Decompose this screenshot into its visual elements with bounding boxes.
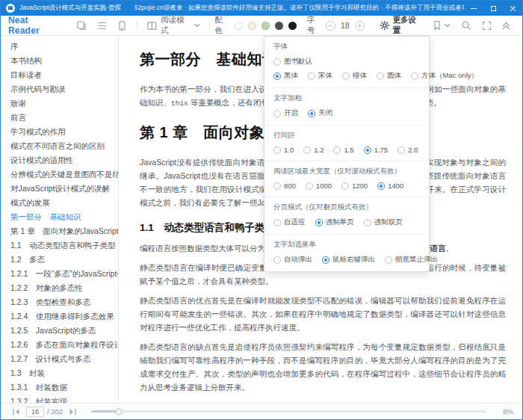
radio-option[interactable]: 圆体: [377, 71, 401, 81]
radio-option[interactable]: 1.0: [273, 146, 294, 154]
inline-code: this: [171, 99, 188, 108]
toc-sidebar: 序本书结构目标读者示例代码与勘误致谢前言学习模式的作用模式在不同语言之间的区别设…: [1, 36, 119, 403]
radio-option[interactable]: 1.5: [333, 146, 353, 154]
radio-option[interactable]: 1.2: [303, 146, 324, 154]
radio-label: 1400: [388, 182, 403, 190]
device-sync-button[interactable]: [112, 16, 132, 36]
progress-slider-handle[interactable]: [116, 408, 123, 415]
sidebar-item[interactable]: 1.2 多态: [1, 253, 118, 267]
radio-icon: [342, 72, 350, 80]
app-window: JavaScript设计模式与开发实践-曾探 52pojie.cn@夜泉 · 如…: [0, 0, 523, 420]
sidebar-item[interactable]: 1.2.4 使用继承得到多态效果: [1, 309, 118, 324]
sidebar-item[interactable]: 序: [1, 40, 118, 54]
close-button[interactable]: [503, 1, 522, 16]
radio-option[interactable]: 宋体: [308, 71, 332, 81]
sidebar-item[interactable]: 第一部分 基础知识: [1, 210, 118, 224]
radio-label: 黑体: [284, 71, 298, 81]
radio-option[interactable]: 强制单页: [315, 217, 354, 227]
radio-option[interactable]: 彻底禁止弹出: [385, 255, 438, 265]
search-button[interactable]: [457, 16, 476, 36]
reading-mode-button[interactable]: 阅读模式: [142, 16, 205, 36]
settings-section-label: 分页模式（仅对翻页模式有效）: [273, 203, 420, 212]
radio-icon: [273, 58, 281, 66]
radio-option[interactable]: 图书默认: [273, 57, 312, 67]
settings-section-label: 文字加粗: [273, 93, 420, 103]
radio-option[interactable]: 开启: [273, 108, 298, 118]
swatch-black[interactable]: [288, 22, 297, 30]
sidebar-item[interactable]: 学习模式的作用: [1, 125, 118, 139]
sidebar-item[interactable]: 1.3.1 封装数据: [1, 380, 118, 395]
device-icon: [117, 20, 128, 31]
progress-slider[interactable]: [91, 410, 486, 413]
reading-mode-icon: [146, 20, 158, 31]
collapse-toolbar-icon: [502, 21, 510, 30]
radio-option[interactable]: 自适应: [273, 217, 306, 227]
radio-option[interactable]: 1200: [341, 182, 368, 190]
font-increase-button[interactable]: +: [355, 21, 365, 31]
radio-icon: [306, 182, 313, 190]
sidebar-item[interactable]: 对JavaScript设计模式的误解: [1, 182, 118, 196]
radio-label: 鼠标右键弹出: [332, 255, 375, 265]
chevron-down-icon: [194, 23, 200, 28]
radio-label: 圆体: [387, 71, 401, 81]
sidebar-item[interactable]: 第 1 章 面向对象的JavaScript: [1, 224, 118, 238]
radio-row: 800100012001400: [273, 182, 420, 190]
radio-option[interactable]: 1400: [377, 182, 403, 190]
swatch-dark-gray[interactable]: [275, 22, 283, 30]
brand-logo[interactable]: Neat Reader: [8, 15, 61, 36]
sidebar-item[interactable]: 1.2.2 对象的多态性: [1, 281, 118, 295]
toc-toggle-button[interactable]: [92, 16, 112, 36]
radio-option[interactable]: 楷体: [342, 71, 367, 81]
sidebar-item[interactable]: 1.3.2 封装实现: [1, 395, 118, 403]
sidebar-item[interactable]: 模式在不同语言之间的区别: [1, 139, 118, 153]
swatch-white[interactable]: [235, 22, 243, 30]
sidebar-item[interactable]: 1.2.5 JavaScript的多态: [1, 324, 118, 338]
sidebar-item[interactable]: 1.2.3 类型检查和多态: [1, 295, 118, 309]
radio-row: 自动弹出鼠标右键弹出彻底禁止弹出: [273, 255, 420, 265]
progress-slider-fill: [91, 410, 119, 413]
swatch-cream[interactable]: [248, 22, 256, 30]
more-settings-button[interactable]: 更多设置: [375, 16, 428, 36]
color-scheme-label: 配色: [214, 15, 230, 36]
sidebar-item[interactable]: 1.2.7 设计模式与多态: [1, 352, 118, 366]
radio-option[interactable]: 鼠标右键弹出: [322, 255, 375, 265]
text-run: 静态类型语言的优点首先是在编译时就能发现类型不匹配的错误，编辑器可以帮助我们提前…: [140, 296, 506, 332]
fullscreen-button[interactable]: [477, 16, 496, 36]
sidebar-item[interactable]: 1.2.6 多态在面向对象程序设计…: [1, 338, 118, 352]
radio-label: 1200: [352, 182, 368, 190]
toolbar-divider: [137, 21, 137, 31]
font-decrease-button[interactable]: −: [326, 21, 335, 31]
sidebar-item[interactable]: 本书结构: [1, 54, 118, 68]
maximize-button[interactable]: [483, 1, 503, 16]
radio-option[interactable]: 黑体: [273, 71, 298, 81]
radio-option[interactable]: 自动弹出: [273, 255, 312, 265]
radio-option[interactable]: 强制双页: [364, 217, 403, 227]
bookmark-button[interactable]: [428, 16, 455, 36]
radio-option[interactable]: 1.75: [364, 146, 389, 154]
radio-icon: [303, 146, 311, 154]
first-page-button[interactable]: [10, 407, 23, 417]
page-number-input[interactable]: [26, 407, 44, 417]
last-page-button[interactable]: [66, 407, 79, 417]
minimize-button[interactable]: [464, 1, 483, 16]
sidebar-item[interactable]: 模式的发展: [1, 196, 118, 210]
radio-icon: [333, 146, 341, 154]
radio-option[interactable]: 800: [273, 182, 296, 190]
sidebar-item[interactable]: 目标读者: [1, 68, 118, 82]
radio-option[interactable]: 1000: [306, 182, 332, 190]
radio-option[interactable]: 方体（Mac only）: [411, 71, 478, 81]
swatch-green[interactable]: [262, 22, 270, 30]
radio-option[interactable]: 关闭: [308, 108, 332, 118]
sidebar-item[interactable]: 1.1 动态类型语言和鸭子类型: [1, 238, 118, 253]
library-button[interactable]: [72, 16, 92, 36]
sidebar-item[interactable]: 1.3 封装: [1, 366, 118, 380]
sidebar-item[interactable]: 致谢: [1, 96, 118, 111]
sidebar-item[interactable]: 前言: [1, 111, 118, 125]
radio-option[interactable]: 2.0: [397, 146, 418, 154]
sidebar-item[interactable]: 分辨模式的关键是意图而不是结构: [1, 167, 118, 182]
sidebar-item[interactable]: 设计模式的适用性: [1, 153, 118, 167]
color-swatches: [235, 22, 297, 30]
collapse-toolbar-button[interactable]: [498, 16, 515, 36]
sidebar-item[interactable]: 1.2.1 一段“多态”的JavaScript代码: [1, 267, 118, 281]
sidebar-item[interactable]: 示例代码与勘误: [1, 82, 118, 96]
